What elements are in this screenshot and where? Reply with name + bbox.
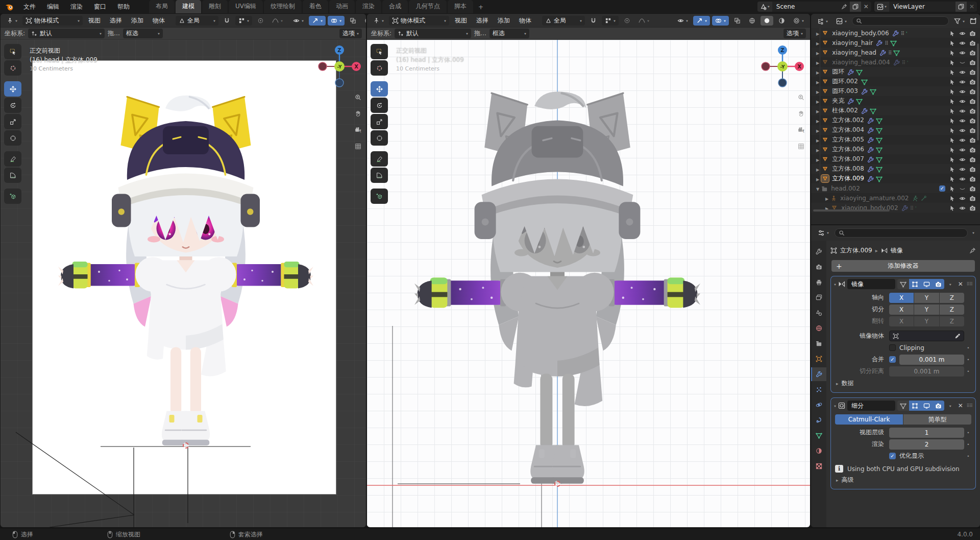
expand-icon[interactable]: ▶ bbox=[816, 117, 819, 124]
sidebar-collapse-icon[interactable]: ‹ bbox=[359, 127, 362, 135]
selectable-icon[interactable] bbox=[949, 98, 955, 105]
snap-toggle[interactable] bbox=[220, 16, 233, 26]
bisect-X-button[interactable]: X bbox=[889, 304, 914, 315]
hide-eye-icon[interactable] bbox=[959, 98, 966, 105]
shading-rendered-button[interactable]: ▾ bbox=[790, 16, 807, 26]
properties-tab-collection[interactable] bbox=[811, 337, 826, 350]
properties-tab-modifiers[interactable] bbox=[811, 367, 826, 381]
hide-eye-icon[interactable] bbox=[959, 49, 966, 56]
eyedropper-icon[interactable] bbox=[954, 333, 961, 339]
unlink-scene-icon[interactable]: ✕ bbox=[861, 2, 871, 12]
outliner-collection-row[interactable]: ▼head.002✓ bbox=[811, 183, 980, 193]
outliner-object-row[interactable]: ▶立方体.009 bbox=[811, 174, 980, 183]
new-collection-icon[interactable] bbox=[970, 17, 977, 25]
viewport-menu-添加[interactable]: 添加 bbox=[494, 16, 513, 25]
levels-render-field[interactable]: 2 bbox=[889, 439, 964, 450]
pan-hand-icon[interactable] bbox=[352, 107, 364, 120]
render-visibility-icon[interactable] bbox=[969, 195, 976, 202]
show-in-viewport-icon[interactable] bbox=[921, 279, 933, 289]
expand-icon[interactable]: ▶ bbox=[816, 68, 819, 76]
hide-eye-icon[interactable] bbox=[959, 195, 966, 202]
overlays-toggle[interactable]: ▾ bbox=[328, 16, 345, 26]
selectable-icon[interactable] bbox=[949, 136, 955, 144]
viewport-menu-添加[interactable]: 添加 bbox=[128, 16, 147, 25]
scene-selector[interactable]: ▾ Scene ✕ bbox=[757, 2, 871, 12]
selectable-icon[interactable] bbox=[949, 117, 955, 124]
render-visibility-icon[interactable] bbox=[969, 39, 976, 46]
menu-窗口[interactable]: 窗口 bbox=[88, 0, 112, 13]
tool-measure-button[interactable] bbox=[371, 168, 388, 183]
proportional-falloff[interactable]: ▾ bbox=[269, 16, 286, 26]
expand-icon[interactable]: ▶ bbox=[816, 175, 819, 182]
viewport-menu-选择[interactable]: 选择 bbox=[106, 16, 126, 25]
modifier-name-field[interactable]: 镜像 bbox=[847, 279, 895, 289]
hide-eye-icon[interactable] bbox=[959, 146, 966, 153]
outliner-object-row[interactable]: ▶圆环.003 bbox=[811, 86, 980, 96]
hide-eye-icon[interactable] bbox=[959, 39, 966, 46]
hide-eye-closed-icon[interactable] bbox=[959, 185, 966, 192]
viewport-menu-物体[interactable]: 物体 bbox=[149, 16, 168, 25]
render-visibility-icon[interactable] bbox=[969, 156, 976, 163]
selectable-icon[interactable] bbox=[949, 88, 955, 95]
selectable-icon[interactable] bbox=[949, 175, 955, 182]
editor-type-button[interactable]: ▾ bbox=[4, 16, 20, 26]
selectable-icon[interactable] bbox=[949, 78, 955, 85]
properties-tab-material[interactable] bbox=[811, 444, 826, 458]
scene-name[interactable]: Scene bbox=[772, 3, 839, 10]
outliner-item-name[interactable]: xiaoying_hair bbox=[831, 39, 874, 46]
selectable-icon[interactable] bbox=[949, 59, 955, 66]
tab-合成[interactable]: 合成 bbox=[382, 0, 408, 13]
outliner-object-row[interactable]: ▶xiaoying_head.004⠿' bbox=[811, 57, 980, 67]
coord-system-select[interactable]: 默认 ▾ bbox=[28, 29, 105, 38]
selectable-icon[interactable] bbox=[949, 204, 955, 212]
pin-icon[interactable] bbox=[839, 2, 850, 12]
menu-帮助[interactable]: 帮助 bbox=[112, 0, 135, 13]
render-visibility-icon[interactable] bbox=[969, 146, 976, 153]
tool-select-box-button[interactable] bbox=[371, 44, 388, 59]
outliner-item-name[interactable]: 柱体.002 bbox=[831, 106, 859, 115]
properties-editor-type-icon[interactable]: ▾ bbox=[815, 228, 832, 238]
overlays-toggle[interactable]: ▾ bbox=[712, 16, 729, 26]
outliner-item-name[interactable]: 夹克 bbox=[831, 97, 845, 105]
expand-icon[interactable]: ▶ bbox=[816, 156, 819, 163]
outliner-item-name[interactable]: 立方体.008 bbox=[831, 165, 865, 173]
remove-modifier-icon[interactable]: ✕ bbox=[957, 402, 965, 409]
tab-动画[interactable]: 动画 bbox=[329, 0, 355, 13]
render-visibility-icon[interactable] bbox=[969, 166, 976, 173]
show-in-editmode-icon[interactable] bbox=[909, 279, 921, 289]
collapse-icon[interactable]: ▼ bbox=[816, 185, 819, 192]
render-visibility-icon[interactable] bbox=[969, 88, 976, 95]
selectable-icon[interactable] bbox=[949, 68, 955, 76]
hide-eye-icon[interactable] bbox=[959, 30, 966, 37]
outliner-display-mode[interactable]: ▾ bbox=[814, 16, 831, 26]
snap-settings[interactable]: ▾ bbox=[602, 16, 619, 26]
selectable-icon[interactable] bbox=[949, 185, 955, 192]
render-visibility-icon[interactable] bbox=[969, 49, 976, 56]
editor-type-button[interactable]: ▾ bbox=[370, 16, 387, 26]
show-in-render-icon[interactable] bbox=[933, 401, 944, 411]
visibility-dropdown[interactable]: ▾ bbox=[290, 16, 307, 26]
hide-eye-icon[interactable] bbox=[959, 117, 966, 124]
outliner-item-name[interactable]: 立方体.005 bbox=[831, 135, 865, 144]
shading-solid-button[interactable] bbox=[761, 16, 773, 26]
tab-建模[interactable]: 建模 bbox=[176, 0, 201, 13]
camera-view-icon[interactable] bbox=[352, 124, 364, 136]
properties-tab-texture[interactable] bbox=[811, 459, 826, 473]
outliner-object-row[interactable]: ▶xiaoying_hair⠿ bbox=[811, 38, 980, 48]
collapse-icon[interactable]: ▾ bbox=[834, 282, 836, 286]
outliner-object-row[interactable]: ▶xiaoying_amature.002 bbox=[811, 193, 980, 203]
mirror-object-field[interactable] bbox=[889, 331, 964, 341]
outliner-filter-collection-icon[interactable]: ▾ bbox=[833, 16, 850, 26]
drag-select-mode[interactable]: 框选 ▾ bbox=[489, 29, 529, 38]
bisect-distance-field[interactable]: 0.001 m bbox=[889, 366, 964, 377]
axis-X-button[interactable]: X bbox=[889, 293, 914, 303]
tool-annotate-button[interactable] bbox=[4, 151, 21, 167]
sidebar-collapse-icon[interactable]: ‹ bbox=[802, 127, 805, 135]
render-visibility-icon[interactable] bbox=[969, 204, 976, 212]
render-visibility-icon[interactable] bbox=[969, 185, 976, 192]
show-on-cage-icon[interactable] bbox=[897, 401, 909, 411]
new-viewlayer-icon[interactable] bbox=[955, 2, 967, 12]
axis-Y-button[interactable]: Y bbox=[914, 293, 939, 303]
outliner-object-row[interactable]: ▶立方体.004 bbox=[811, 125, 980, 135]
viewport-left-canvas[interactable]: 正交前视图 (16) head | 立方体.009 10 Centimeters… bbox=[1, 40, 366, 527]
